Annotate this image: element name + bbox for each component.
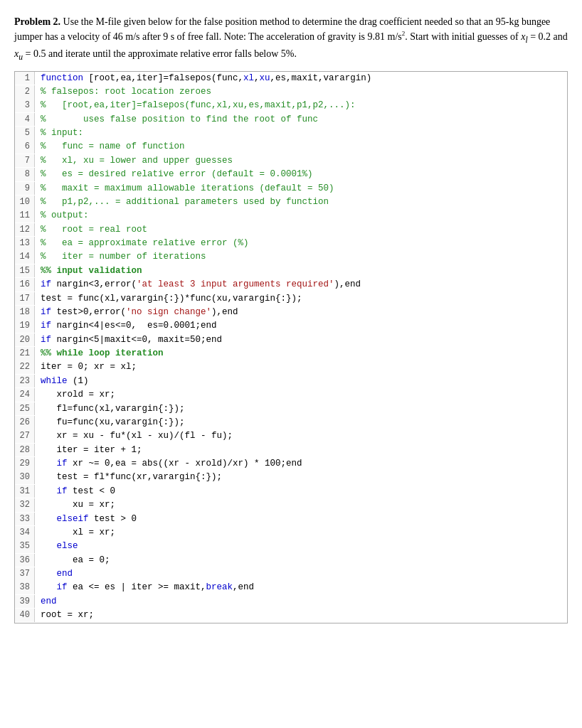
code-line-37: 37 end (15, 567, 567, 581)
code-line-10: 10 % p1,p2,... = additional parameters u… (15, 196, 567, 209)
code-line-32: 32 xu = xr; (15, 498, 567, 512)
code-line-28: 28 iter = iter + 1; (15, 444, 567, 457)
code-line-11: 11 % output: (15, 209, 567, 223)
code-line-30: 30 test = fl*func(xr,varargin{:}); (15, 471, 567, 484)
problem-statement: Problem 2. Use the M-file given below fo… (14, 14, 568, 64)
code-line-34: 34 xl = xr; (15, 526, 567, 540)
code-line-14: 14 % iter = number of iterations (15, 250, 567, 264)
code-block: 1 function [root,ea,iter]=falsepos(func,… (14, 71, 568, 623)
code-line-1: 1 function [root,ea,iter]=falsepos(func,… (15, 72, 567, 85)
code-line-27: 27 xr = xu - fu*(xl - xu)/(fl - fu); (15, 429, 567, 443)
problem-label: Problem 2. (14, 16, 60, 27)
code-line-19: 19 if nargin<4|es<=0, es=0.0001;end (15, 319, 567, 333)
code-line-31: 31 if test < 0 (15, 485, 567, 498)
code-line-5: 5 % input: (15, 127, 567, 140)
code-line-23: 23 while (1) (15, 375, 567, 388)
code-line-17: 17 test = func(xl,varargin{:})*func(xu,v… (15, 292, 567, 306)
code-line-33: 33 elseif test > 0 (15, 513, 567, 526)
code-line-12: 12 % root = real root (15, 223, 567, 237)
code-line-18: 18 if test>0,error('no sign change'),end (15, 306, 567, 319)
code-line-26: 26 fu=func(xu,varargin{:}); (15, 416, 567, 429)
code-line-39: 39 end (15, 595, 567, 609)
code-line-36: 36 ea = 0; (15, 554, 567, 567)
code-line-16: 16 if nargin<3,error('at least 3 input a… (15, 278, 567, 291)
code-line-24: 24 xrold = xr; (15, 388, 567, 402)
code-line-8: 8 % es = desired relative error (default… (15, 168, 567, 181)
code-line-6: 6 % func = name of function (15, 140, 567, 154)
code-line-21: 21 %% while loop iteration (15, 347, 567, 360)
code-line-2: 2 % falsepos: root location zeroes (15, 85, 567, 99)
code-line-9: 9 % maxit = maximum allowable iterations… (15, 182, 567, 196)
code-line-13: 13 % ea = approximate relative error (%) (15, 237, 567, 250)
code-line-20: 20 if nargin<5|maxit<=0, maxit=50;end (15, 333, 567, 347)
code-line-29: 29 if xr ~= 0,ea = abs((xr - xrold)/xr) … (15, 457, 567, 471)
code-line-35: 35 else (15, 540, 567, 553)
code-line-25: 25 fl=func(xl,varargin{:}); (15, 402, 567, 416)
code-line-3: 3 % [root,ea,iter]=falsepos(func,xl,xu,e… (15, 99, 567, 112)
code-line-38: 38 if ea <= es | iter >= maxit,break,end (15, 581, 567, 594)
code-line-22: 22 iter = 0; xr = xl; (15, 360, 567, 374)
problem-body: Use the M-file given below for the false… (14, 16, 568, 59)
code-line-40: 40 root = xr; (15, 609, 567, 622)
code-line-4: 4 % uses false position to find the root… (15, 113, 567, 127)
code-line-7: 7 % xl, xu = lower and upper guesses (15, 154, 567, 168)
code-line-15: 15 %% input validation (15, 264, 567, 278)
